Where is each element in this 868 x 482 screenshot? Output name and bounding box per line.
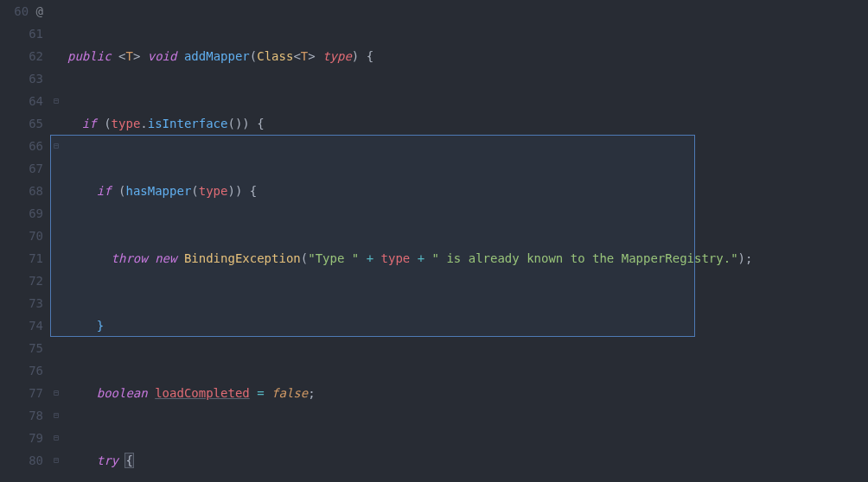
- fold-marker-icon[interactable]: ⊟: [51, 135, 61, 157]
- fold-marker-icon[interactable]: ⊟: [51, 404, 61, 427]
- line-number: 78: [0, 404, 43, 427]
- line-number: 77: [0, 382, 43, 404]
- fold-marker-icon[interactable]: ⊟: [51, 427, 61, 449]
- line-number: 75: [0, 337, 43, 359]
- line-number: 79: [0, 427, 43, 449]
- code-line[interactable]: }: [62, 314, 868, 337]
- fold-gutter: ⊟ ⊟ ⊟ ⊟ ⊟ ⊟: [50, 0, 62, 482]
- line-number: 69: [0, 202, 43, 225]
- line-number: 74: [0, 314, 43, 337]
- line-number: 80: [0, 449, 43, 472]
- line-number: 67: [0, 157, 43, 180]
- line-number: 68: [0, 180, 43, 202]
- line-number: 66: [0, 135, 43, 157]
- line-number: 61: [0, 22, 43, 45]
- line-number: 76: [0, 359, 43, 382]
- code-editor[interactable]: 60 @ 61 62 63 64 65 66 67 68 69 70 71 72…: [0, 0, 868, 482]
- code-line[interactable]: throw new BindingException("Type " + typ…: [62, 247, 868, 270]
- line-number: 71: [0, 247, 43, 270]
- line-number-gutter: 60 @ 61 62 63 64 65 66 67 68 69 70 71 72…: [0, 0, 50, 482]
- code-line[interactable]: boolean loadCompleted = false;: [62, 382, 868, 404]
- line-number: 64: [0, 90, 43, 112]
- code-line[interactable]: if (hasMapper(type)) {: [62, 180, 868, 202]
- line-number: 72: [0, 270, 43, 292]
- code-line[interactable]: if (type.isInterface()) {: [62, 112, 868, 135]
- fold-marker-icon[interactable]: ⊟: [51, 90, 61, 112]
- line-number: 60 @: [0, 0, 43, 22]
- fold-marker-icon[interactable]: ⊟: [51, 382, 61, 404]
- fold-marker-icon[interactable]: ⊟: [51, 449, 61, 472]
- line-number: 62: [0, 45, 43, 67]
- line-number: 73: [0, 292, 43, 314]
- code-line[interactable]: try {: [62, 449, 868, 472]
- line-number: 70: [0, 225, 43, 247]
- line-number: 65: [0, 112, 43, 135]
- code-line[interactable]: public <T> void addMapper(Class<T> type)…: [62, 45, 868, 67]
- line-number: 63: [0, 67, 43, 90]
- code-area[interactable]: public <T> void addMapper(Class<T> type)…: [62, 0, 868, 482]
